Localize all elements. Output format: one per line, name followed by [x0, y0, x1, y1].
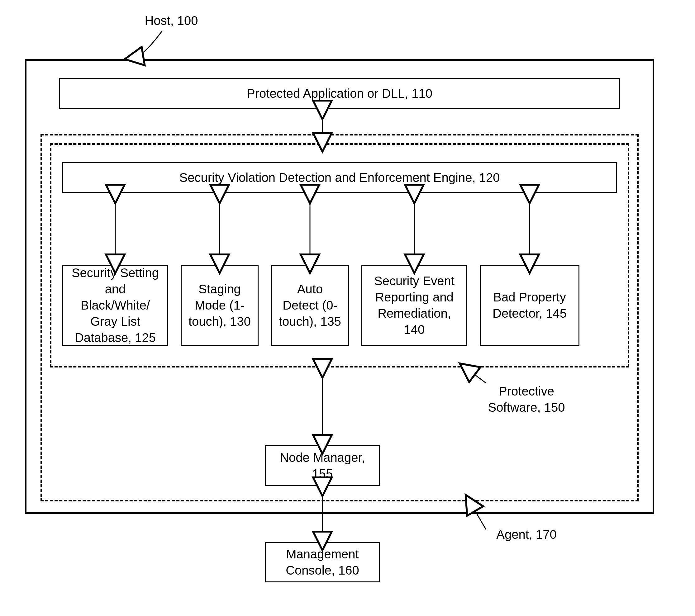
mgmt-console-label: Management Console, 160 — [272, 546, 373, 578]
staging-label: Staging Mode (1-touch), 130 — [188, 281, 251, 329]
autodetect-box: Auto Detect (0-touch), 135 — [271, 265, 349, 346]
diagram-canvas: Protected Application or DLL, 110 Securi… — [0, 0, 695, 616]
reporting-label: Security Event Reporting and Remediation… — [369, 273, 460, 338]
bad-prop-box: Bad Property Detector, 145 — [480, 265, 579, 346]
autodetect-label: Auto Detect (0-touch), 135 — [278, 281, 342, 329]
reporting-box: Security Event Reporting and Remediation… — [361, 265, 467, 346]
mgmt-console-box: Management Console, 160 — [265, 542, 380, 582]
agent-label: Agent, 170 — [480, 526, 573, 543]
staging-box: Staging Mode (1-touch), 130 — [181, 265, 258, 346]
host-pointer — [134, 31, 162, 57]
protected-app-label: Protected Application or DLL, 110 — [247, 85, 433, 102]
db-box: Security Setting and Black/White/ Gray L… — [62, 265, 168, 346]
protected-app-box: Protected Application or DLL, 110 — [59, 78, 620, 109]
node-manager-label: Node Manager, 155 — [272, 449, 373, 482]
engine-label: Security Violation Detection and Enforce… — [180, 169, 500, 186]
engine-box: Security Violation Detection and Enforce… — [62, 162, 617, 193]
node-manager-box: Node Manager, 155 — [265, 445, 380, 486]
bad-prop-label: Bad Property Detector, 145 — [487, 289, 572, 321]
host-label: Host, 100 — [124, 13, 218, 29]
protective-software-label: ProtectiveSoftware, 150 — [480, 383, 573, 415]
db-label: Security Setting and Black/White/ Gray L… — [69, 265, 161, 346]
